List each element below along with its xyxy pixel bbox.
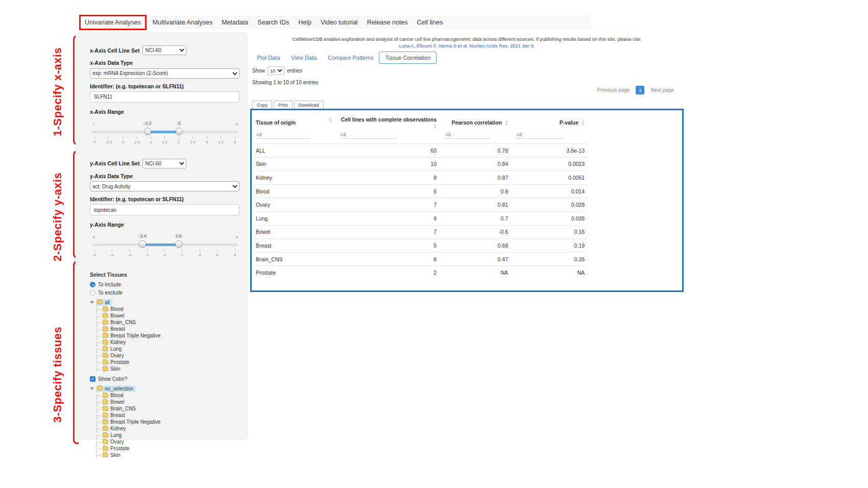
tree-item[interactable]: Brain_CNS — [97, 405, 239, 412]
nav-item[interactable]: Search IDs — [253, 16, 294, 29]
tree-item[interactable]: Blood — [97, 392, 239, 399]
tree-item[interactable]: Skin — [97, 452, 239, 458]
sort-icon[interactable] — [329, 117, 332, 123]
chevron-down-icon[interactable] — [90, 387, 94, 390]
tissues-include-radio[interactable]: To include — [90, 282, 239, 287]
tree-root-no-selection[interactable]: no_selection — [90, 385, 239, 392]
nav-item[interactable]: Metadata — [217, 16, 253, 29]
slider-left-handle[interactable] — [139, 240, 146, 248]
cell-pvalue: NA — [512, 266, 589, 279]
filter-pearson-input[interactable] — [445, 131, 490, 139]
tree-item-label: Lung — [110, 432, 122, 438]
y-axis-identifier-input[interactable] — [90, 204, 239, 215]
sidebar-panel: x-Axis Cell Line Set NCI-60 x-Axis Data … — [76, 33, 247, 440]
slider-right-handle[interactable] — [175, 240, 182, 248]
top-nav: Univariate Analyses Multivariate Analyse… — [79, 15, 591, 29]
citation-link[interactable]: Luna A, Elloumi F, Varma S et al. Nuclei… — [250, 43, 684, 50]
tree-item[interactable]: Kidney — [97, 425, 239, 432]
tab[interactable]: Plot Data — [251, 52, 285, 63]
table-row[interactable]: Prostate 2 NA NA — [252, 266, 589, 279]
x-axis-data-type-label: x-Axis Data Type — [90, 60, 239, 66]
table-row[interactable]: Blood 6 0.9 0.014 — [252, 184, 589, 198]
tree-item[interactable]: Prostate — [97, 359, 239, 365]
table-row[interactable]: Breast 5 0.69 0.19 — [252, 239, 589, 253]
cell-count: 7 — [336, 225, 441, 239]
nav-item[interactable]: Multivariate Analyses — [148, 16, 217, 29]
previous-page-button[interactable]: Previous page — [594, 85, 632, 95]
tree-item[interactable]: Breast Triple Negative — [97, 332, 239, 339]
chevron-down-icon[interactable] — [90, 301, 94, 304]
table-row[interactable]: Ovary 7 0.81 0.028 — [252, 198, 589, 212]
table-row[interactable]: Skin 10 0.84 0.0023 — [252, 157, 589, 171]
folder-icon — [103, 413, 108, 418]
cell-pearson: 0.78 — [441, 144, 512, 158]
show-color-checkbox[interactable]: ✓ Show Color? — [90, 376, 239, 382]
col-header-pearson[interactable]: Pearson correlation — [441, 111, 512, 131]
tree-item[interactable]: Brain_CNS — [97, 319, 239, 326]
tree-item[interactable]: Ovary — [97, 352, 239, 359]
y-axis-cell-line-set-select[interactable]: NCI-60 — [142, 159, 186, 168]
y-axis-range-slider[interactable]: -8 8 -2.4 1.5 -8 -6 -4 -2 0 2 4 6 8 — [91, 236, 238, 261]
cell-pvalue: 0.35 — [512, 252, 589, 266]
tab[interactable]: Compare Patterns — [322, 52, 379, 63]
tree-item[interactable]: Lung — [97, 346, 239, 352]
page-1-button[interactable]: 1 — [636, 86, 644, 94]
y-axis-data-type-select[interactable]: act: Drug Activity — [90, 181, 239, 191]
filter-tissue-input[interactable] — [256, 131, 310, 139]
cell-count: 8 — [336, 171, 441, 185]
col-header-tissue[interactable]: Tissue of origin — [252, 111, 336, 131]
tree-item-label: Breast — [110, 326, 125, 332]
col-header-cell-lines[interactable]: Cell lines with complete observations — [336, 111, 441, 131]
slider-right-handle[interactable] — [176, 128, 183, 135]
tree-item[interactable]: Breast — [97, 326, 239, 332]
table-row[interactable]: Bowel 7 -0.6 0.16 — [252, 225, 589, 239]
x-axis-range-slider[interactable]: -7 8 -1.2 2 -7 -5.5 -4 -2.5 -1 0.5 2 3.5… — [91, 123, 238, 149]
tab[interactable]: View Data — [285, 52, 322, 63]
tree-item[interactable]: Skin — [97, 365, 239, 372]
folder-icon — [103, 347, 108, 351]
tree-item[interactable]: Ovary — [97, 438, 239, 445]
slider-left-handle[interactable] — [144, 128, 151, 135]
tree-item[interactable]: Breast Triple Negative — [97, 419, 239, 425]
x-axis-data-type-select[interactable]: exp: mRNA Expression (Z-Score) — [90, 68, 239, 79]
filter-pvalue-input[interactable] — [516, 131, 565, 139]
table-row[interactable]: Kidney 8 0.87 0.0051 — [252, 171, 589, 185]
tree-item[interactable]: Blood — [97, 306, 239, 312]
tree-item-label: Bowel — [110, 399, 124, 405]
filter-cell-lines-input[interactable] — [340, 131, 397, 139]
nav-item[interactable]: Video tutorial — [316, 16, 363, 29]
nav-item[interactable]: Univariate Analyses — [79, 15, 147, 30]
sort-icon[interactable] — [505, 120, 508, 126]
table-row[interactable]: Lung 9 0.7 0.035 — [252, 211, 589, 225]
tree-item[interactable]: Lung — [97, 432, 239, 438]
checkbox-checked-icon: ✓ — [90, 376, 95, 382]
next-page-button[interactable]: Next page — [648, 85, 677, 95]
tree-item[interactable]: Kidney — [97, 339, 239, 346]
tree-item-label: Kidney — [110, 339, 126, 345]
sort-icon[interactable] — [433, 124, 437, 129]
tree-item[interactable]: Bowel — [97, 399, 239, 405]
sort-icon[interactable] — [582, 120, 585, 126]
nav-item[interactable]: Cell lines — [413, 16, 448, 29]
pagination: Previous page 1 Next page — [594, 85, 677, 95]
x-axis-identifier-input[interactable] — [90, 91, 239, 103]
tree-root-all[interactable]: all — [90, 299, 239, 306]
nav-item[interactable]: Help — [294, 16, 316, 29]
table-row[interactable]: ALL 60 0.78 3.6e-13 — [252, 144, 589, 158]
table-row[interactable]: Brain_CNS 6 0.47 0.35 — [252, 252, 589, 266]
tab[interactable]: Tissue Correlation — [379, 52, 437, 64]
tissues-exclude-radio[interactable]: To exclude — [90, 290, 239, 296]
x-axis-cell-line-set-select[interactable]: NCI-60 — [142, 45, 186, 55]
slider-tick-label: 5 — [202, 136, 212, 144]
slider-tick-label: 4 — [195, 249, 205, 257]
col-header-pvalue[interactable]: P-value — [512, 111, 589, 131]
slider-selected-bar — [148, 131, 179, 133]
tree-item[interactable]: Bowel — [97, 312, 239, 319]
tree-item[interactable]: Prostate — [97, 445, 239, 452]
tree-item[interactable]: Breast — [97, 412, 239, 419]
slider-to-value: 2 — [177, 121, 182, 126]
nav-item[interactable]: Release notes — [363, 16, 413, 29]
folder-icon — [103, 453, 108, 457]
cell-pvalue: 0.028 — [512, 198, 589, 212]
page-length-select[interactable]: 10 — [268, 66, 284, 75]
